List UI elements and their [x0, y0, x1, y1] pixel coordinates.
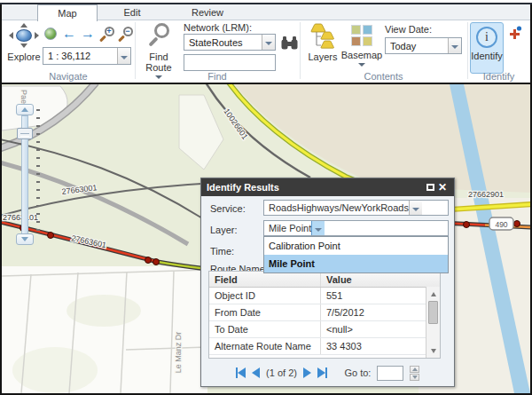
view-date-combobox[interactable]: Today [385, 37, 462, 54]
group-label-navigate: Navigate [2, 71, 135, 82]
ribbon: Explore ← → + − 1 : 36,112 Navigate Find… [2, 20, 530, 83]
column-header-field[interactable]: Field [209, 272, 321, 287]
spinner-up-button[interactable] [410, 366, 419, 373]
network-dropdown-button[interactable] [262, 35, 275, 50]
spinner-down-button[interactable] [410, 374, 419, 381]
explore-icon [9, 23, 39, 48]
previous-extent-button[interactable]: ← [61, 26, 77, 42]
layer-label: Layer: [210, 225, 238, 235]
attributes-table: Field Value Object ID 551 From Date 7/5/… [208, 271, 441, 359]
dialog-body: Service: RoadsHighways/NewYorkRoads Laye… [201, 196, 454, 386]
ribbon-tabstrip: Map Edit Review [2, 4, 530, 20]
street-label-top: Pae [20, 90, 28, 104]
app-window: Map Edit Review Explore ← → + − 1 : 36,1… [0, 0, 532, 395]
street-label-vertical: Le Manz Dr [174, 332, 183, 374]
full-extent-button[interactable] [43, 26, 59, 42]
field-cell: Alternate Route Name [209, 338, 321, 354]
slider-tick-marks [36, 109, 40, 235]
scale-dropdown-button[interactable] [117, 48, 130, 64]
tab-review[interactable]: Review [167, 4, 248, 20]
table-row[interactable]: From Date 7/5/2012 [209, 304, 427, 321]
close-icon: ✕ [438, 181, 447, 194]
tab-map[interactable]: Map [37, 4, 98, 21]
find-route-icon [147, 23, 170, 46]
time-label: Time: [210, 246, 234, 257]
next-page-icon [303, 367, 311, 378]
chevron-down-icon [21, 237, 28, 241]
layer-dropdown-button[interactable] [311, 221, 325, 235]
table-row[interactable]: Object ID 551 [209, 288, 427, 304]
value-cell: 7/5/2012 [321, 307, 427, 318]
zoom-out-button[interactable]: − [117, 26, 133, 42]
identify-route-location-button[interactable] [507, 26, 523, 40]
identify-results-dialog: Identify Results ✕ Service: RoadsHighway… [200, 178, 455, 387]
map-viewport[interactable]: 490 27663001 27663101 27663601 27662901 … [2, 84, 530, 393]
globe-icon [44, 28, 57, 40]
scrollbar-thumb[interactable] [428, 301, 438, 324]
scroll-down-button[interactable] [426, 345, 440, 356]
slider-zoom-in-button[interactable] [16, 104, 34, 115]
column-header-value[interactable]: Value [321, 274, 440, 285]
dropdown-option-calibration-point[interactable]: Calibration Point [264, 237, 448, 255]
field-cell: To Date [209, 321, 321, 337]
layer-value: Mile Point [269, 223, 311, 233]
last-page-button[interactable] [317, 367, 328, 378]
chevron-down-icon [265, 42, 272, 45]
view-date-dropdown-button[interactable] [448, 38, 461, 53]
zoom-in-button[interactable]: + [98, 26, 114, 42]
previous-page-button[interactable] [252, 367, 260, 378]
layer-dropdown-list: Calibration Point Mile Point [263, 236, 449, 273]
pagination-bar: (1 of 2) Go to: [201, 361, 454, 384]
explore-button[interactable]: Explore [5, 23, 43, 62]
network-value: StateRoutes [189, 37, 262, 48]
goto-spinner[interactable] [410, 366, 419, 381]
identify-button[interactable]: i Identify [470, 22, 504, 74]
table-row[interactable]: To Date <null> [209, 321, 427, 338]
goto-page-input[interactable] [377, 366, 403, 381]
page-indicator: (1 of 2) [266, 367, 297, 378]
group-label-contents: Contents [300, 71, 467, 82]
chevron-up-icon [412, 367, 418, 371]
map-zoom-slider[interactable] [16, 104, 35, 246]
service-dropdown-button[interactable] [409, 201, 422, 215]
table-row[interactable]: Alternate Route Name 33 4303 [209, 338, 427, 355]
service-combobox[interactable]: RoadsHighways/NewYorkRoads [263, 200, 449, 216]
network-lrm-label: Network (LRM): [184, 22, 252, 33]
slider-zoom-out-button[interactable] [16, 233, 34, 245]
goto-label: Go to: [344, 367, 371, 378]
basemap-label: Basemap [341, 50, 382, 60]
maximize-button[interactable] [424, 181, 436, 194]
dropdown-option-mile-point[interactable]: Mile Point [264, 255, 448, 273]
zoom-out-icon: − [118, 27, 133, 42]
route-label-right: 27662901 [468, 190, 504, 199]
explore-label: Explore [7, 51, 40, 62]
dialog-titlebar[interactable]: Identify Results ✕ [201, 178, 454, 196]
forward-arrow-icon: → [81, 27, 95, 41]
chevron-down-icon [431, 349, 436, 353]
chevron-up-icon [21, 107, 28, 112]
first-page-button[interactable] [236, 367, 246, 378]
view-date-label: View Date: [385, 24, 432, 35]
close-button[interactable]: ✕ [436, 181, 449, 194]
layers-label: Layers [308, 51, 337, 62]
chevron-up-icon [431, 292, 436, 296]
scale-combobox[interactable]: 1 : 36,112 [43, 47, 131, 65]
network-combobox[interactable]: StateRoutes [184, 34, 276, 51]
chevron-down-icon [412, 375, 418, 379]
scroll-up-button[interactable] [426, 288, 440, 299]
chevron-down-icon [412, 208, 419, 211]
basemap-button[interactable]: Basemap [342, 23, 381, 67]
next-extent-button[interactable]: → [80, 26, 96, 42]
zoom-in-icon: + [99, 27, 114, 42]
identify-label: Identify [471, 51, 502, 61]
layers-button[interactable]: Layers [305, 23, 340, 62]
route-id-input[interactable] [184, 54, 276, 71]
table-scrollbar[interactable] [426, 287, 440, 358]
find-binoculars-button[interactable] [280, 36, 299, 52]
slider-thumb[interactable] [17, 128, 33, 139]
tab-edit[interactable]: Edit [98, 4, 167, 20]
layer-combobox[interactable]: Mile Point [263, 220, 449, 236]
next-page-button[interactable] [303, 367, 311, 378]
field-cell: Object ID [209, 288, 321, 304]
scale-value: 1 : 36,112 [48, 51, 117, 61]
